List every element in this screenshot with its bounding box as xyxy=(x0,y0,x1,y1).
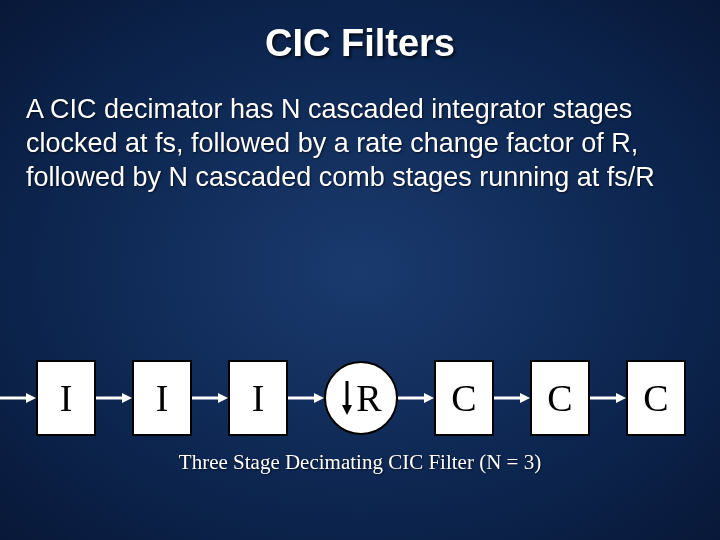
svg-marker-1 xyxy=(26,393,36,403)
svg-marker-11 xyxy=(424,393,434,403)
integrator-stage-3: I xyxy=(228,360,288,436)
arrow-icon xyxy=(192,392,228,404)
arrow-icon xyxy=(494,392,530,404)
svg-marker-7 xyxy=(314,393,324,403)
comb-stage-2: C xyxy=(530,360,590,436)
svg-marker-3 xyxy=(122,393,132,403)
svg-marker-5 xyxy=(218,393,228,403)
arrow-icon xyxy=(0,392,36,404)
diagram-caption: Three Stage Decimating CIC Filter (N = 3… xyxy=(0,450,720,475)
integrator-stage-2: I xyxy=(132,360,192,436)
down-arrow-icon xyxy=(340,381,354,415)
arrow-icon xyxy=(398,392,434,404)
arrow-icon xyxy=(590,392,626,404)
cic-diagram: I I I R C C C xyxy=(0,348,720,448)
comb-stage-3: C xyxy=(626,360,686,436)
arrow-icon xyxy=(288,392,324,404)
rate-change-label: R xyxy=(356,376,381,420)
svg-marker-13 xyxy=(520,393,530,403)
svg-marker-15 xyxy=(616,393,626,403)
slide-description: A CIC decimator has N cascaded integrato… xyxy=(0,65,720,194)
integrator-stage-1: I xyxy=(36,360,96,436)
comb-stage-1: C xyxy=(434,360,494,436)
slide-title: CIC Filters xyxy=(0,0,720,65)
svg-marker-9 xyxy=(342,405,352,415)
rate-change-stage: R xyxy=(324,361,398,435)
arrow-icon xyxy=(96,392,132,404)
